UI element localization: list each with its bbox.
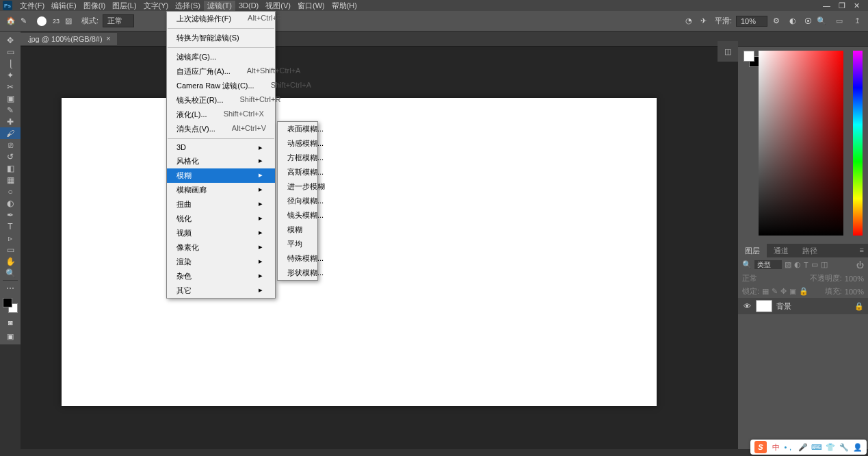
channels-tab[interactable]: 通道	[767, 244, 795, 257]
menu-help[interactable]: 帮助(H)	[328, 1, 360, 11]
document-canvas[interactable]	[62, 98, 657, 406]
sogou-logo-icon[interactable]: S	[754, 441, 767, 453]
menu-sharpen-sub[interactable]: 锐化▸	[167, 212, 275, 226]
healing-brush-tool[interactable]: ✚	[0, 116, 21, 127]
layer-row[interactable]: 👁 背景 🔒	[738, 298, 868, 314]
clone-stamp-tool[interactable]: ⎚	[0, 139, 21, 151]
home-icon[interactable]: 🏠	[5, 16, 16, 27]
ime-user-icon[interactable]: 👤	[853, 442, 863, 452]
menu-filter-gallery[interactable]: 滤镜库(G)...	[167, 50, 275, 64]
menu-blur-gallery-sub[interactable]: 模糊画廊▸	[167, 183, 275, 197]
filter-smart-icon[interactable]: ◫	[821, 260, 828, 269]
brush-preview[interactable]	[35, 14, 49, 28]
settings-gear-icon[interactable]: ⚙	[773, 16, 780, 25]
menu-file[interactable]: 文件(F)	[16, 1, 48, 11]
menu-liquify[interactable]: 液化(L)...Shift+Ctrl+X	[167, 107, 275, 122]
pressure-size-icon[interactable]: ⦿	[804, 17, 812, 25]
close-tab-icon[interactable]: ×	[107, 35, 111, 42]
blur-shape[interactable]: 形状模糊...	[278, 266, 317, 280]
blur-blur[interactable]: 模糊	[278, 223, 317, 237]
layer-thumbnail[interactable]	[756, 300, 772, 312]
menu-pixelate-sub[interactable]: 像素化▸	[167, 240, 275, 255]
smooth-value[interactable]: 10%	[736, 16, 767, 27]
menu-3d-sub[interactable]: 3D▸	[167, 141, 275, 154]
paths-tab[interactable]: 路径	[795, 244, 824, 257]
blur-radial[interactable]: 径向模糊...	[278, 194, 317, 208]
menu-edit[interactable]: 编辑(E)	[48, 1, 80, 11]
menu-stylize-sub[interactable]: 风格化▸	[167, 154, 275, 168]
menu-convert-smart[interactable]: 转换为智能滤镜(S)	[167, 31, 275, 45]
screen-mode-icon[interactable]: ▣	[0, 331, 21, 342]
menu-render-sub[interactable]: 渲染▸	[167, 255, 275, 269]
strip-icon[interactable]: ◫	[718, 44, 738, 59]
menu-adaptive-wide[interactable]: 自适应广角(A)...Alt+Shift+Ctrl+A	[167, 64, 275, 79]
frame-tool[interactable]: ▣	[0, 92, 21, 104]
color-fgbg[interactable]	[744, 51, 760, 67]
blur-smart[interactable]: 特殊模糊...	[278, 251, 317, 266]
ime-keyboard-icon[interactable]: ⌨	[812, 442, 821, 452]
fill-value[interactable]: 100%	[845, 288, 864, 296]
airbrush-icon[interactable]: ✈	[700, 16, 707, 25]
zoom-tool[interactable]: 🔍	[0, 267, 21, 279]
visibility-icon[interactable]: 👁	[742, 301, 752, 311]
blur-lens[interactable]: 镜头模糊...	[278, 208, 317, 223]
menu-type[interactable]: 文字(Y)	[140, 1, 172, 11]
menu-layer[interactable]: 图层(L)	[109, 1, 140, 11]
search-icon[interactable]: 🔍	[742, 260, 752, 269]
eyedropper-tool[interactable]: ✎	[0, 104, 21, 116]
menu-image[interactable]: 图像(I)	[80, 1, 109, 11]
menu-other-sub[interactable]: 其它▸	[167, 283, 275, 298]
ime-lang-toggle[interactable]: 中	[771, 442, 780, 452]
pen-tool[interactable]: ✒	[0, 209, 21, 220]
ime-punct-icon[interactable]: •，	[785, 442, 794, 452]
symmetry-icon[interactable]: ◐	[789, 16, 796, 25]
hand-tool[interactable]: ✋	[0, 255, 21, 267]
blur-gaussian[interactable]: 高斯模糊...	[278, 165, 317, 179]
lock-all-icon[interactable]: 🔒	[799, 287, 808, 296]
filter-adjust-icon[interactable]: ◐	[794, 260, 801, 269]
lasso-tool[interactable]: ɭ	[0, 58, 21, 69]
menu-video-sub[interactable]: 视频▸	[167, 226, 275, 240]
menu-window[interactable]: 窗口(W)	[294, 1, 328, 11]
eraser-tool[interactable]: ◧	[0, 162, 21, 174]
dodge-tool[interactable]: ◐	[0, 197, 21, 209]
layer-filter-select[interactable]	[754, 260, 782, 269]
panel-menu-icon[interactable]: ≡	[856, 244, 868, 257]
layers-tab[interactable]: 图层	[738, 244, 767, 257]
path-select-tool[interactable]: ▹	[0, 232, 21, 244]
menu-view[interactable]: 视图(V)	[262, 1, 294, 11]
blur-surface[interactable]: 表面模糊...	[278, 122, 317, 136]
hue-slider[interactable]	[853, 51, 863, 236]
menu-blur-sub[interactable]: 模糊▸	[167, 168, 275, 183]
marquee-tool[interactable]: ▭	[0, 46, 21, 58]
share-icon[interactable]: ↥	[852, 16, 863, 27]
lock-transparency-icon[interactable]: ▦	[762, 287, 769, 296]
mode-select[interactable]: 正常	[103, 14, 134, 27]
lock-position-icon[interactable]: ✥	[780, 287, 787, 296]
close-icon[interactable]: ✕	[854, 1, 860, 10]
quick-select-tool[interactable]: ✦	[0, 69, 21, 81]
menu-camera-raw[interactable]: Camera Raw 滤镜(C)...Shift+Ctrl+A	[167, 79, 275, 93]
history-brush-tool[interactable]: ↺	[0, 151, 21, 162]
gradient-tool[interactable]: ▦	[0, 174, 21, 186]
blend-mode-select[interactable]: 正常	[742, 273, 757, 283]
opacity-value[interactable]: 100%	[845, 275, 864, 283]
blur-motion[interactable]: 动感模糊...	[278, 136, 317, 151]
menu-lens-correction[interactable]: 镜头校正(R)...Shift+Ctrl+R	[167, 93, 275, 107]
menu-noise-sub[interactable]: 杂色▸	[167, 269, 275, 283]
move-tool[interactable]: ✥	[0, 34, 21, 46]
search-icon[interactable]: 🔍	[816, 16, 827, 27]
lock-image-icon[interactable]: ✎	[772, 287, 778, 296]
menu-select[interactable]: 选择(S)	[172, 1, 204, 11]
workspace-switcher-icon[interactable]: ▭	[834, 16, 845, 27]
menu-distort-sub[interactable]: 扭曲▸	[167, 197, 275, 212]
restore-icon[interactable]: ❐	[839, 1, 845, 10]
type-tool[interactable]: T	[0, 220, 21, 232]
foreground-background-colors[interactable]	[3, 298, 18, 313]
brush-tool-icon[interactable]: ✎	[21, 16, 27, 25]
shape-tool[interactable]: ▭	[0, 244, 21, 255]
document-tab[interactable]: .jpg @ 100%(RGB/8#) ×	[21, 33, 117, 45]
brush-panel-icon[interactable]: ▨	[65, 16, 72, 25]
ime-tool-icon[interactable]: 🔧	[839, 442, 849, 452]
filter-shape-icon[interactable]: ▭	[811, 260, 818, 269]
